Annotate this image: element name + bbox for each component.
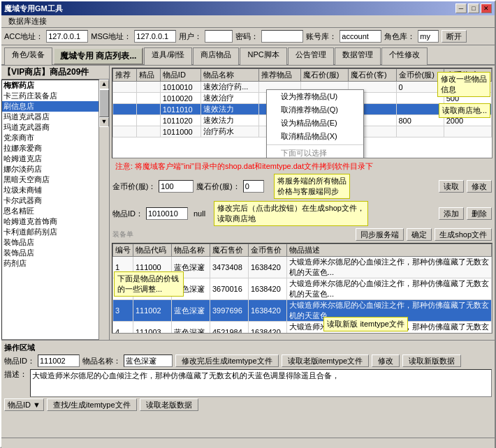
menu-bar: 数据库连接 [1,15,495,28]
list-item[interactable]: 卡三药庄装备店 [2,91,99,101]
tab-magic-city[interactable]: 魔城专用 商店列表... [53,47,143,65]
user-label: 用户： [179,31,202,42]
table-row[interactable]: 4111003蓝色深邃45219841638420大锻造师米尔德尼的心血倾注之作… [113,322,492,334]
annotation-read-shop: 读取商店地... [439,103,490,118]
read-old-data-button[interactable]: 读取老版数据 [140,398,198,411]
list-item[interactable]: 装饰品店 [2,248,99,258]
close-button[interactable]: ✕ [481,3,492,13]
msg-input[interactable] [134,30,176,43]
list-item[interactable]: 恩名精匠 [2,206,99,216]
main-content: 【VIP商店】商品209件 梅辉药店 卡三药庄装备店 刷信息店 玛道克武器店 玛… [1,64,495,340]
list-item[interactable]: 药剂店 [2,258,99,269]
list-item[interactable]: 娜尔淡药店 [2,164,99,174]
item-id-combo[interactable]: 物品ID ▼ [4,398,44,411]
read-button[interactable]: 读取 [439,180,464,193]
maximize-button[interactable]: □ [468,3,479,13]
col-header: 金币售价 [249,244,287,257]
col-header: 魔石价(服) [301,69,349,82]
db-label: 账号库： [306,31,337,42]
annotation-modify-info: 修改一些物品信息 [437,72,490,97]
left-panel-header: 【VIP商店】商品209件 [1,66,109,80]
list-item[interactable]: 黑暗天空商店 [2,174,99,185]
read-old-itemtype-button[interactable]: 读取老版itemtype文件 [282,354,370,367]
list-scrollbar[interactable]: ▲ ▼ [99,80,109,340]
shop-list[interactable]: 梅辉药店 卡三药庄装备店 刷信息店 玛道克武器店 玛道克武器商 党亲商市 拉娜亲… [1,80,99,340]
col-header: 魔石价(客) [349,69,396,82]
context-menu: 设为推荐物品(U) 取消推荐物品(Q) 设为精品物品(E) 取消精品物品(X) … [266,89,364,158]
title-bar-buttons: ─ □ ✕ [455,3,492,13]
ops-label: 操作区域 [4,343,492,353]
form-area: 金币价(服)： 魔石价(服)： 将服务端的所有物品价格与客服端同步 读取 修改 … [110,172,495,242]
modify-gen-itemtype-button[interactable]: 修改完后生成itemtype文件 [175,354,279,367]
msg-label: MSG地址： [91,31,131,42]
list-item[interactable]: 卡尔武器商 [2,195,99,206]
list-item[interactable]: 党亲商市 [2,133,99,143]
list-item[interactable]: 哈姆道克店 [2,154,99,164]
tab-npc[interactable]: NPC脚本 [240,47,286,65]
list-item[interactable]: 刷信息店 [2,101,99,112]
annotation-modify-hint: 修改完后（点击此按钮）在生成shop文件，读取商店地 [214,201,368,226]
col-header: 魔石售价 [210,244,249,257]
desc-label: 描述： [4,369,27,380]
tab-data[interactable]: 数据管理 [335,47,381,65]
tab-personal[interactable]: 个性修改 [381,47,428,65]
ops-modify-button[interactable]: 修改 [372,354,400,367]
table-row[interactable]: 3111002蓝色深邃39976961638420大锻造师米尔德尼的心血倾注之作… [113,300,492,322]
list-item[interactable]: 梅辉药店 [2,80,99,91]
ops-row-2: 物品ID ▼ 查找/生成itemtype文件 读取老版数据 [4,398,492,411]
menu-set-premium[interactable]: 设为精品物品(E) [267,117,363,130]
menu-cancel-recommend[interactable]: 取消推荐物品(Q) [267,103,363,117]
generate-shop-button[interactable]: 生成shop文件 [435,228,492,241]
menu-set-recommend[interactable]: 设为推荐物品(U) [267,90,363,103]
list-item[interactable]: 玛道克武器商 [2,122,99,133]
item-id-input[interactable] [146,207,188,220]
desc-textarea[interactable]: 大锻造师米尔德尼的心血倾注之作，那种仿佛蕴藏了无数玄机的天蓝色调显得除遥且合备， [30,369,492,397]
tab-shop-items[interactable]: 商店物品 [193,47,239,65]
list-item[interactable]: 装饰品店 [2,237,99,248]
modify-button[interactable]: 修改 [467,180,492,193]
ops-area: 操作区域 物品ID： 物品名称： 修改完后生成itemtype文件 读取老版it… [1,340,495,438]
gold-input[interactable] [159,180,194,193]
minimize-button[interactable]: ─ [455,3,467,13]
sync-server-button[interactable]: 同步服务端 [356,228,404,241]
user-input[interactable] [205,30,233,43]
pass-input[interactable] [261,30,303,43]
find-gen-itemtype-button[interactable]: 查找/生成itemtype文件 [47,398,137,411]
role-input[interactable] [418,30,439,43]
read-new-data-button[interactable]: 读取新版数据 [402,354,461,367]
connect-button[interactable]: 断开 [442,30,467,43]
status-bar [1,438,495,448]
col-header: 推荐 [113,69,137,82]
acc-label: ACC地址： [4,31,43,42]
title-bar: 魔域专用GM工具 ─ □ ✕ [1,1,495,15]
list-item[interactable]: 玛道克武器店 [2,112,99,122]
stone-input[interactable] [243,180,264,193]
add-button[interactable]: 添加 [439,207,464,220]
pass-label: 密码： [235,31,258,42]
db-input[interactable] [340,30,381,43]
stone-label: 魔石价(服)： [196,181,240,192]
form-row-2: 物品ID： null 修改完后（点击此按钮）在生成shop文件，读取商店地 添加… [112,201,492,226]
tab-role-equip[interactable]: 角色/装备 [4,47,52,65]
menu-cancel-premium[interactable]: 取消精品物品(X) [267,130,363,143]
annotation-sync: 将服务端的所有物品价格与客服端同步 [274,174,350,199]
list-item[interactable]: 哈姆道克首饰商 [2,216,99,227]
ops-row-1: 物品ID： 物品名称： 修改完后生成itemtype文件 读取老版itemtyp… [4,354,492,367]
list-item[interactable]: 垃圾未商铺 [2,185,99,195]
ops-item-name-label: 物品名称： [82,356,121,366]
tab-announce[interactable]: 公告管理 [288,47,334,65]
annotation-price-adj: 下面是物品的价钱的一些调整... [114,271,184,297]
ops-item-id-label: 物品ID： [4,356,35,366]
confirm-button[interactable]: 确定 [407,228,432,241]
ops-item-name-input[interactable] [124,354,173,367]
list-item[interactable]: 拉娜亲爱商 [2,143,99,154]
ops-item-id-input[interactable] [38,354,80,367]
gold-label: 金币价(服)： [112,181,156,192]
menu-same-type[interactable]: 下面可以选择同类物品 [267,147,363,158]
delete-button[interactable]: 删除 [467,207,492,220]
col-header: 物品名称 [172,244,210,257]
list-item[interactable]: 卡利道邮药别店 [2,227,99,237]
acc-input[interactable] [46,30,88,43]
menu-item-db[interactable]: 数据库连接 [4,15,51,27]
tab-item-monster[interactable]: 道具/刷怪 [144,47,192,65]
